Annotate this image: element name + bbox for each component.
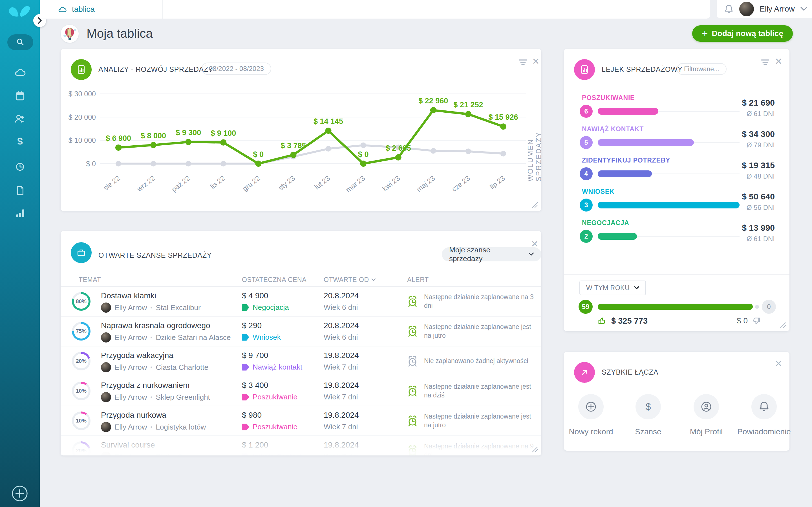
svg-text:$ 15 926: $ 15 926 (488, 113, 518, 121)
close-icon[interactable]: ✕ (775, 359, 782, 368)
opportunity-meta: Elly Arrow • Stal Excalibur (101, 302, 201, 313)
table-row[interactable]: 20% Przygoda wakacyjna Elly Arrow • Cias… (61, 346, 541, 376)
alarm-clock-icon (406, 295, 419, 308)
stage-label: NEGOCJACJA (582, 219, 629, 227)
sidebar-item-statistics[interactable] (13, 207, 27, 219)
alert: Następne działanie zaplanowane jest na j… (406, 317, 541, 346)
owner-name: Elly Arrow (114, 393, 147, 402)
cloud-icon (57, 5, 67, 13)
table-row[interactable]: 20% Survival course Elly Arrow • Fiction… (61, 436, 541, 455)
user-circle-icon[interactable] (694, 394, 719, 419)
status-label[interactable]: Negocjacja (242, 303, 289, 312)
open-date: 19.8.2024 (324, 411, 359, 420)
funnel-stage[interactable]: WNIOSEK 3 $ 50 640 Ø 56 DNI (564, 188, 790, 219)
opportunity-title[interactable]: Dostawa klamki (101, 291, 156, 300)
filter-icon[interactable] (518, 59, 527, 66)
quick-link-powiadomienie[interactable]: Powiadomienie (737, 394, 791, 436)
svg-text:gru 22: gru 22 (241, 174, 261, 193)
status-tag-icon (242, 424, 249, 431)
stage-value: $ 34 300 (742, 129, 775, 139)
status-label[interactable]: Wniosek (242, 333, 281, 342)
sidebar-item-contacts[interactable] (13, 112, 27, 125)
search-button[interactable] (7, 34, 33, 50)
funnel-stage[interactable]: ZIDENTYFIKUJ POTRZEBY 4 $ 19 315 Ø 48 DN… (564, 157, 790, 188)
opportunity-title[interactable]: Survival course (101, 441, 155, 450)
alarm-clock-icon (406, 385, 419, 397)
open-date: 19.8.2024 (324, 351, 359, 360)
period-filter-dropdown[interactable]: W TYM ROKU (579, 281, 646, 295)
notifications-bell-icon[interactable] (724, 4, 733, 14)
opportunity-title[interactable]: Przygoda nurkowa (101, 411, 166, 420)
alarm-clock-icon (406, 325, 419, 338)
opportunity-title[interactable]: Przygoda wakacyjna (101, 351, 173, 360)
tab-tablica[interactable]: tablica (40, 0, 163, 18)
svg-text:$ 20 000: $ 20 000 (68, 113, 96, 121)
funnel-stage[interactable]: NEGOCJACJA 2 $ 13 990 Ø 61 DNI (564, 219, 790, 250)
open-date: 20.8.2024 (324, 321, 359, 330)
opportunity-filter-dropdown[interactable]: Moje szanse sprzedaży (442, 247, 541, 262)
filtered-badge[interactable]: Filtrowane... (677, 63, 726, 75)
funnel-stage[interactable]: NAWIĄŻ KONTAKT 5 $ 34 300 Ø 79 DNI (564, 125, 790, 157)
table-row[interactable]: 80% Dostawa klamki Elly Arrow • Stal Exc… (61, 287, 541, 317)
resize-handle[interactable] (531, 202, 538, 208)
open-opportunities-widget: OTWARTE SZANSE SPRZEDAŻY Moje szanse spr… (61, 231, 541, 455)
won-progress-bar (598, 304, 753, 310)
add-board-button[interactable]: + Dodaj nową tablicę (692, 25, 793, 42)
period-badge[interactable]: 08/2022 - 08/2023 (202, 62, 271, 75)
status-label[interactable]: Initiate Contact (242, 452, 301, 455)
clock-icon (13, 160, 27, 173)
close-icon[interactable]: ✕ (775, 57, 782, 66)
close-icon[interactable]: ✕ (531, 239, 539, 248)
column-header-otwarte-od[interactable]: OTWARTE OD (324, 276, 376, 284)
table-row[interactable]: 75% Naprawa krasnala ogrodowego Elly Arr… (61, 317, 541, 346)
page-header: Moja tablica + Dodaj nową tablicę (61, 24, 793, 44)
status-label[interactable]: Poszukiwanie (242, 393, 297, 401)
lost-count-badge: 0 (762, 300, 776, 314)
final-price: $ 4 900 (242, 291, 268, 300)
opportunity-meta: Elly Arrow • FictionCompany (101, 452, 209, 455)
user-menu[interactable]: Elly Arrow (717, 0, 812, 18)
status-label[interactable]: Poszukiwanie (242, 422, 297, 431)
sidebar-item-history[interactable] (13, 160, 27, 173)
quick-link-nowy-rekord[interactable]: Nowy rekord (564, 394, 618, 436)
app-logo-icon[interactable] (6, 2, 34, 18)
owner-name: Elly Arrow (114, 363, 147, 372)
sidebar-item-calendar[interactable] (13, 90, 27, 103)
close-icon[interactable]: ✕ (532, 57, 540, 66)
thumb-down-icon (752, 316, 761, 326)
opportunity-title[interactable]: Naprawa krasnala ogrodowego (101, 321, 210, 330)
resize-handle[interactable] (531, 446, 538, 453)
owner-name: Elly Arrow (114, 453, 147, 456)
sidebar-item-sales[interactable]: $ (13, 135, 27, 148)
sidebar-add-button[interactable] (11, 485, 28, 502)
age-label: Wiek 7 dni (324, 422, 358, 431)
won-value: $ 325 773 (597, 316, 648, 326)
plus-circle-icon[interactable] (578, 394, 604, 419)
quick-link-label: Mój Profil (679, 427, 733, 436)
stage-bar (598, 202, 740, 209)
plus-circle-icon (11, 485, 28, 502)
stage-value: $ 13 990 (742, 223, 775, 233)
board-balloon-icon (61, 25, 79, 43)
svg-text:$ 6 900: $ 6 900 (106, 134, 131, 143)
opportunity-title[interactable]: Przygoda z nurkowaniem (101, 381, 190, 390)
sidebar-item-documents[interactable] (13, 184, 27, 197)
status-label[interactable]: Nawiąż kontakt (242, 363, 302, 372)
filter-icon[interactable] (761, 59, 770, 66)
bell-icon[interactable] (751, 394, 777, 419)
dollar-icon[interactable]: $ (636, 394, 661, 419)
owner-avatar (101, 362, 111, 372)
svg-text:kwi 23: kwi 23 (381, 174, 402, 193)
quick-link-szanse[interactable]: $ Szanse (621, 394, 675, 436)
table-row[interactable]: 10% Przygoda nurkowa Elly Arrow • Logist… (61, 406, 541, 436)
company-name: FictionCompany (156, 453, 209, 456)
funnel-stage[interactable]: POSZUKIWANIE 6 $ 21 690 Ø 61 DNI (564, 94, 790, 125)
topbar: tablica (40, 0, 710, 18)
table-row[interactable]: 10% Przygoda z nurkowaniem Elly Arrow • … (61, 376, 541, 406)
sidebar-item-dashboard[interactable] (13, 66, 27, 79)
widget-title: LEJEK SPRZEDAŻOWY (602, 65, 682, 73)
progress-dot (755, 305, 759, 309)
user-avatar[interactable] (739, 2, 754, 16)
quick-link-mój-profil[interactable]: Mój Profil (679, 394, 733, 436)
resize-handle[interactable] (779, 322, 786, 328)
